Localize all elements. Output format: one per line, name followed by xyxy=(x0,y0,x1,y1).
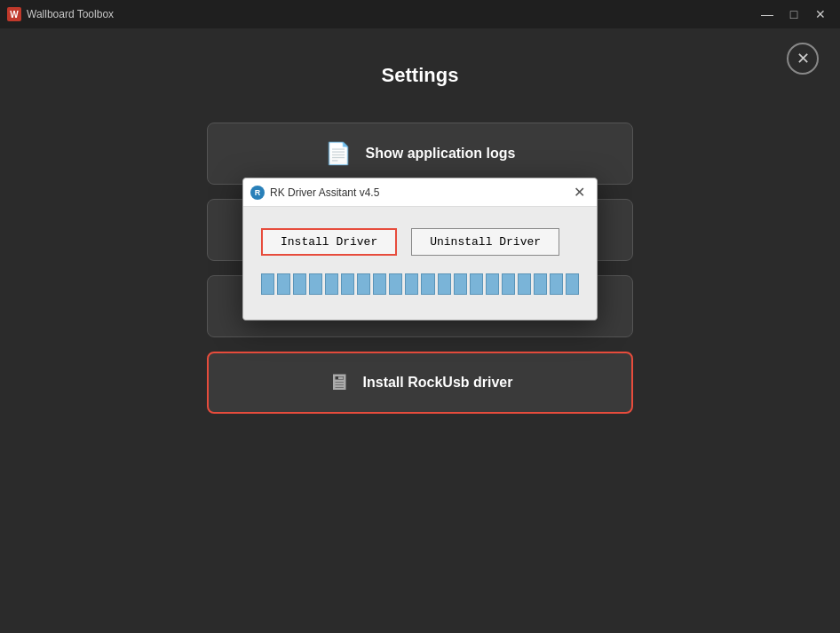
progress-segment xyxy=(421,273,434,295)
dialog-title-left: R RK Driver Assitant v4.5 xyxy=(250,186,379,200)
dialog-close-button[interactable]: ✕ xyxy=(568,182,590,203)
title-bar: W Wallboard Toolbox — □ ✕ xyxy=(0,0,840,28)
title-bar-title: Wallboard Toolbox xyxy=(27,8,114,20)
titlebar-close-button[interactable]: ✕ xyxy=(808,4,833,24)
uninstall-driver-button[interactable]: Uninstall Driver xyxy=(411,228,559,256)
rk-driver-dialog: R RK Driver Assitant v4.5 ✕ Install Driv… xyxy=(242,178,598,320)
progress-bar xyxy=(261,273,579,295)
progress-segment xyxy=(277,273,290,295)
progress-segment xyxy=(373,273,386,295)
progress-segment xyxy=(357,273,370,295)
dialog-title-bar: R RK Driver Assitant v4.5 ✕ xyxy=(243,178,597,207)
progress-segment xyxy=(261,273,274,295)
progress-segment xyxy=(454,273,467,295)
install-driver-button[interactable]: Install Driver xyxy=(261,228,397,256)
main-close-button[interactable]: ✕ xyxy=(787,43,819,75)
install-rockusb-button[interactable]: 🖥 Install RockUsb driver xyxy=(207,352,633,414)
progress-segment xyxy=(309,273,322,295)
title-bar-controls: — □ ✕ xyxy=(755,4,833,24)
progress-segment xyxy=(566,273,579,295)
progress-segment xyxy=(518,273,531,295)
show-app-logs-button[interactable]: 📄 Show application logs xyxy=(207,123,633,185)
show-app-logs-label: Show application logs xyxy=(366,146,516,162)
dialog-body: Install Driver Uninstall Driver xyxy=(243,207,597,320)
dialog-icon: R xyxy=(250,186,265,200)
dialog-title: RK Driver Assitant v4.5 xyxy=(270,186,379,199)
title-bar-left: W Wallboard Toolbox xyxy=(7,7,114,21)
app-icon: W xyxy=(7,7,21,21)
maximize-button[interactable]: □ xyxy=(781,4,806,24)
logs-icon: 📄 xyxy=(325,141,352,166)
progress-segment xyxy=(470,273,483,295)
install-rockusb-label: Install RockUsb driver xyxy=(363,375,513,391)
page-title: Settings xyxy=(382,64,459,87)
progress-segment xyxy=(534,273,547,295)
progress-segment xyxy=(341,273,354,295)
progress-segment xyxy=(502,273,515,295)
rockusb-icon: 🖥 xyxy=(328,370,349,395)
progress-segment xyxy=(325,273,338,295)
progress-segment xyxy=(405,273,418,295)
progress-segment xyxy=(389,273,402,295)
progress-segment xyxy=(438,273,451,295)
progress-segment xyxy=(486,273,499,295)
dialog-buttons: Install Driver Uninstall Driver xyxy=(261,228,579,256)
minimize-button[interactable]: — xyxy=(755,4,780,24)
progress-segment xyxy=(293,273,306,295)
progress-segment xyxy=(550,273,563,295)
